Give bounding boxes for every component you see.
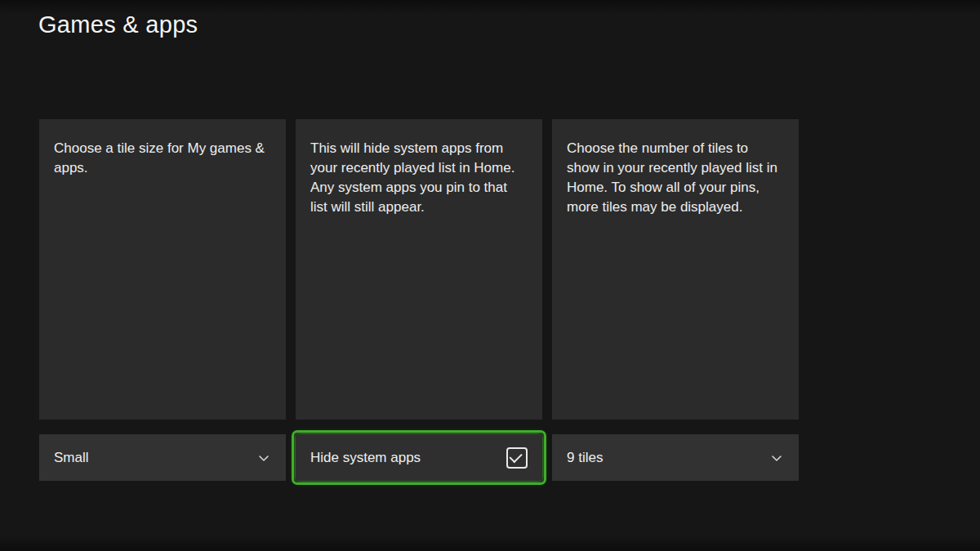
tile-size-description-text: Choose a tile size for My games & apps. [54,140,265,176]
hide-system-apps-label: Hide system apps [310,450,421,466]
tile-count-dropdown-value: 9 tiles [567,450,603,466]
tile-count-description-card: Choose the number of tiles to show in yo… [552,119,799,420]
hide-system-apps-checkbox[interactable] [506,447,528,469]
tile-size-dropdown-value: Small [54,450,89,466]
settings-screen: Games & apps Choose a tile size for My g… [0,0,980,551]
page-title: Games & apps [38,11,198,38]
tile-count-dropdown[interactable]: 9 tiles [552,434,799,481]
controls-row: Small Hide system apps 9 tiles [39,434,799,481]
hide-system-apps-toggle[interactable]: Hide system apps [296,434,542,481]
tile-count-description-text: Choose the number of tiles to show in yo… [567,140,777,215]
hide-system-apps-description-text: This will hide system apps from your rec… [310,140,514,215]
checkmark-icon [509,450,522,463]
tile-size-description-card: Choose a tile size for My games & apps. [39,119,286,420]
hide-system-apps-description-card: This will hide system apps from your rec… [296,119,542,420]
chevron-down-icon [256,451,271,465]
tile-size-dropdown[interactable]: Small [39,434,286,481]
description-cards: Choose a tile size for My games & apps. … [39,119,799,420]
chevron-down-icon [769,451,784,465]
